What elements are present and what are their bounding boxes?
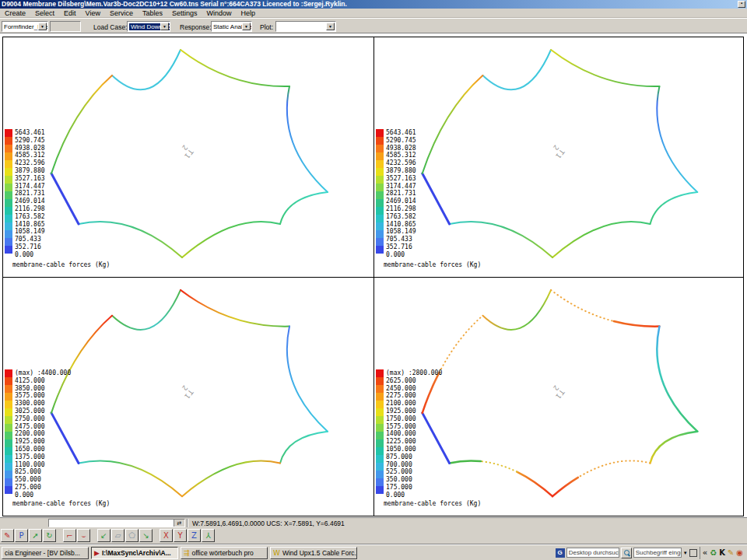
legend-color-cell bbox=[376, 184, 384, 191]
google-desktop-icon[interactable]: G bbox=[556, 548, 565, 558]
title-bar: D9004 Membrane Dilsberg\Mem.Var3b-Doc2DC… bbox=[0, 0, 747, 9]
legend-color-cell bbox=[5, 207, 12, 215]
taskbar-button-label: office wörterbuch pro bbox=[192, 549, 254, 557]
unit-label: membrane-cable forces (Kg) bbox=[384, 261, 481, 268]
taskbar-button[interactable]: cia Engineer - [BV Dilsb... bbox=[2, 547, 89, 559]
tool-button[interactable]: ⌣ bbox=[77, 529, 90, 542]
tray-icon[interactable]: ✎ bbox=[728, 548, 734, 558]
restore-icon[interactable] bbox=[689, 549, 697, 557]
legend-color-cell bbox=[5, 432, 12, 439]
legend-value: 2100.000 bbox=[386, 400, 442, 408]
legend-color-cell bbox=[376, 377, 384, 385]
legend-value: 3879.880 bbox=[386, 167, 416, 175]
desktop-search-input[interactable]: Desktop durchsuchen bbox=[566, 548, 619, 558]
membrane-edge bbox=[651, 192, 698, 224]
viewport-bottom-right[interactable]: T12(max) :2800.0002625.0002450.0002275.0… bbox=[374, 278, 743, 516]
chevron-down-icon[interactable]: ▼ bbox=[683, 551, 688, 555]
legend-color-cell bbox=[376, 478, 384, 486]
legend-color-cell bbox=[376, 463, 384, 471]
viewport-top-right[interactable]: T125643.4615290.7454938.0284585.3124232.… bbox=[374, 37, 743, 277]
tool-group: ↙▱⬠↘ bbox=[97, 529, 153, 542]
tool-button[interactable]: ▱ bbox=[111, 529, 124, 542]
legend-color-cell bbox=[376, 439, 384, 447]
legend-color-cell bbox=[376, 432, 384, 439]
tool-button[interactable]: ↙ bbox=[97, 529, 110, 542]
menu-create[interactable]: Create bbox=[0, 9, 30, 17]
search-icon[interactable] bbox=[621, 548, 632, 558]
legend-value: 2469.014 bbox=[15, 198, 45, 205]
legend-value: 3575.000 bbox=[15, 392, 71, 400]
legend-values: (max) :2800.0002625.0002450.0002275.0002… bbox=[386, 369, 442, 499]
taskbar-button[interactable]: ▶I:\MaxSync\Archiv\A... bbox=[91, 547, 178, 559]
legend-color-cell bbox=[376, 369, 384, 377]
viewport-bottom-left[interactable]: T12(max) :4400.0004125.0003850.0003575.0… bbox=[3, 278, 374, 516]
legend-color-cell bbox=[376, 230, 384, 238]
toolbar: Formfinder_Lines_ ▼ Load Case: Wind Down… bbox=[0, 18, 747, 33]
taskbar-button[interactable]: ⇶office wörterbuch pro bbox=[181, 547, 268, 559]
tool-button[interactable]: P bbox=[15, 529, 28, 542]
legend-value: 3527.163 bbox=[15, 175, 45, 183]
chevron-down-icon[interactable]: ▼ bbox=[326, 23, 335, 30]
tool-button[interactable]: ⅄ bbox=[202, 529, 215, 542]
search-term-input[interactable]: Suchbegriff einge... bbox=[633, 548, 682, 558]
tray-icon[interactable]: K bbox=[719, 548, 725, 558]
legend-color-cell bbox=[5, 246, 12, 254]
menu-view[interactable]: View bbox=[81, 9, 105, 17]
legend-value: 0.000 bbox=[386, 251, 416, 259]
legend-color-cell bbox=[5, 369, 12, 377]
chevron-down-icon[interactable]: ▼ bbox=[242, 23, 251, 30]
menu-select[interactable]: Select bbox=[30, 9, 59, 17]
legend-color-bar bbox=[5, 129, 12, 259]
chevron-down-icon[interactable]: ▼ bbox=[160, 23, 169, 30]
color-legend: 5643.4615290.7454938.0284585.3124232.596… bbox=[376, 129, 416, 259]
legend-value: 1750.000 bbox=[386, 415, 442, 423]
tool-button[interactable]: ➚ bbox=[29, 529, 42, 542]
chevron-down-icon[interactable]: ▼ bbox=[38, 23, 47, 30]
tool-button[interactable]: ⬠ bbox=[125, 529, 139, 542]
menu-settings[interactable]: Settings bbox=[167, 9, 202, 17]
legend-value: 825.000 bbox=[15, 468, 71, 476]
membrane-edge bbox=[552, 222, 650, 257]
legend-value: 2475.000 bbox=[15, 423, 71, 431]
tool-group: XYZ⅄ bbox=[160, 529, 215, 542]
unit-label: membrane-cable forces (Kg) bbox=[384, 500, 481, 507]
response-label: Response: bbox=[180, 23, 212, 31]
app-icon: ▶ bbox=[94, 549, 100, 557]
tray-icon[interactable]: « bbox=[703, 548, 707, 558]
minimize-button[interactable]: ▪ bbox=[738, 1, 745, 8]
legend-color-cell bbox=[5, 160, 12, 168]
plot-combo[interactable]: ▼ bbox=[275, 21, 336, 32]
menu-tables[interactable]: Tables bbox=[138, 9, 167, 17]
menu-edit[interactable]: Edit bbox=[59, 9, 81, 17]
command-history-icon[interactable]: ⇄ bbox=[174, 520, 184, 527]
menu-service[interactable]: Service bbox=[105, 9, 138, 17]
taskbar-button[interactable]: WWind Upx1.5 Cable Forc... bbox=[270, 547, 357, 559]
legend-value: 350.000 bbox=[386, 476, 442, 484]
mode-select-combo[interactable]: Formfinder_Lines_ ▼ bbox=[2, 21, 48, 32]
tool-button[interactable]: Y bbox=[174, 529, 187, 542]
system-tray: «♻K✎◉ bbox=[700, 547, 745, 559]
tool-button[interactable]: ⌐ bbox=[63, 529, 76, 542]
tool-button[interactable]: ↻ bbox=[43, 529, 56, 542]
legend-color-cell bbox=[5, 439, 12, 447]
tool-button[interactable]: ✎ bbox=[1, 529, 14, 542]
legend-color-cell bbox=[376, 137, 384, 145]
tray-icon[interactable]: ◉ bbox=[736, 548, 743, 558]
membrane-edge bbox=[651, 432, 698, 464]
menu-window[interactable]: Window bbox=[202, 9, 236, 17]
tool-button[interactable]: ↘ bbox=[139, 529, 153, 542]
tool-button[interactable]: Z bbox=[188, 529, 201, 542]
menu-help[interactable]: Help bbox=[236, 9, 260, 17]
tray-icon[interactable]: ♻ bbox=[710, 548, 717, 558]
plot-label: Plot: bbox=[260, 23, 273, 31]
viewport-top-left[interactable]: T125643.4615290.7454938.0284585.3124232.… bbox=[3, 37, 374, 277]
legend-value: 2750.000 bbox=[15, 415, 71, 423]
taskbar-button-label: Wind Upx1.5 Cable Forc... bbox=[282, 549, 357, 557]
membrane-edge bbox=[79, 460, 182, 496]
response-combo[interactable]: Static Analysis Re ▼ bbox=[211, 21, 252, 32]
legend-value: 3300.000 bbox=[15, 400, 71, 408]
load-case-combo[interactable]: Wind Down1.5 ▼ bbox=[127, 21, 170, 32]
tool-button[interactable]: X bbox=[160, 529, 173, 542]
command-input[interactable] bbox=[49, 520, 175, 527]
legend-value: 1763.582 bbox=[386, 213, 416, 221]
